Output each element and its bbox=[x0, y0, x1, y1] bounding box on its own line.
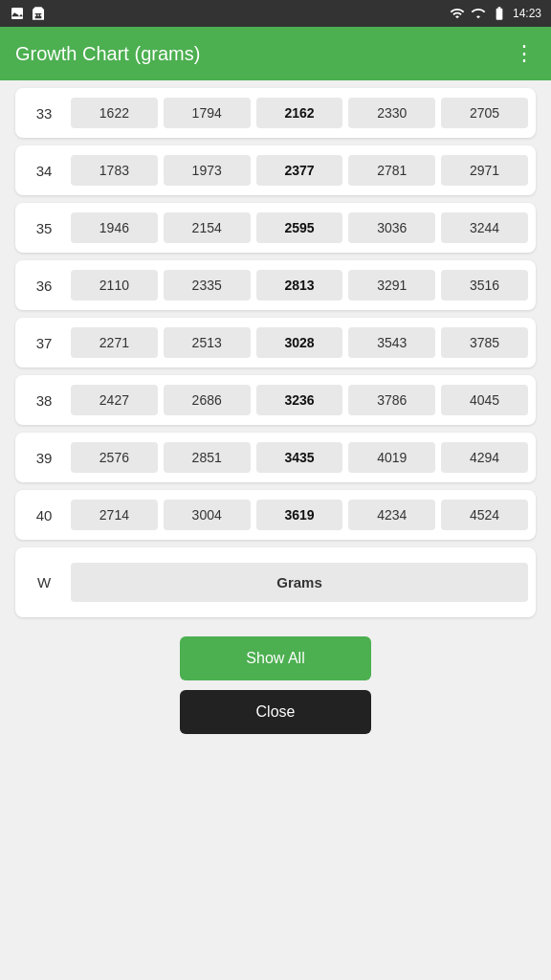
value-cell-2: 1794 bbox=[164, 98, 251, 128]
content-area: 33 1622 1794 2162 2330 2705 34 1783 1973… bbox=[0, 88, 551, 617]
app-header: Growth Chart (grams) ⋮ bbox=[0, 27, 551, 80]
value-cell-1: 1783 bbox=[71, 155, 158, 186]
table-row: 39 2576 2851 3435 4019 4294 bbox=[15, 433, 536, 482]
buttons-area: Show All Close bbox=[0, 625, 551, 746]
value-cell-1: 2576 bbox=[71, 442, 158, 473]
value-cell-3-bold: 3028 bbox=[256, 327, 343, 358]
footer-unit-label: Grams bbox=[71, 563, 528, 602]
value-cell-4: 3543 bbox=[348, 327, 435, 358]
value-cell-1: 2271 bbox=[71, 327, 158, 358]
value-cell-4: 2330 bbox=[348, 98, 435, 128]
value-cell-5: 2705 bbox=[441, 98, 528, 128]
value-cell-5: 4294 bbox=[441, 442, 528, 473]
value-cell-1: 2427 bbox=[71, 385, 158, 415]
show-all-button[interactable]: Show All bbox=[180, 636, 371, 680]
value-cell-4: 4234 bbox=[348, 500, 435, 530]
value-cell-3-bold: 2595 bbox=[256, 212, 343, 243]
value-cell-2: 2851 bbox=[164, 442, 251, 473]
value-cell-3-bold: 3619 bbox=[256, 500, 343, 530]
value-cell-1: 2110 bbox=[71, 270, 158, 301]
value-cell-2: 1973 bbox=[164, 155, 251, 186]
value-cell-4: 4019 bbox=[348, 442, 435, 473]
week-cell: 38 bbox=[23, 392, 65, 409]
week-cell: 39 bbox=[23, 450, 65, 466]
time-display: 14:23 bbox=[513, 7, 541, 20]
table-row: 35 1946 2154 2595 3036 3244 bbox=[15, 203, 536, 253]
value-cell-2: 2513 bbox=[164, 327, 251, 358]
value-cell-3-bold: 3435 bbox=[256, 442, 343, 473]
value-cell-2: 2335 bbox=[164, 270, 251, 301]
table-row: 36 2110 2335 2813 3291 3516 bbox=[15, 260, 536, 310]
value-cell-3-bold: 3236 bbox=[256, 385, 343, 415]
value-cell-4: 2781 bbox=[348, 155, 435, 186]
value-cell-2: 2154 bbox=[164, 212, 251, 243]
table-footer-row: W Grams bbox=[15, 547, 536, 617]
table-row: 33 1622 1794 2162 2330 2705 bbox=[15, 88, 536, 138]
value-cell-3-bold: 2813 bbox=[256, 270, 343, 301]
table-row: 37 2271 2513 3028 3543 3785 bbox=[15, 318, 536, 368]
value-cell-1: 1946 bbox=[71, 212, 158, 243]
value-cell-5: 4524 bbox=[441, 500, 528, 530]
value-cell-2: 3004 bbox=[164, 500, 251, 530]
battery-icon bbox=[492, 6, 507, 21]
table-row: 40 2714 3004 3619 4234 4524 bbox=[15, 490, 536, 540]
wifi-icon bbox=[450, 6, 465, 21]
page-title: Growth Chart (grams) bbox=[15, 43, 200, 65]
image-icon bbox=[10, 6, 25, 21]
value-cell-3-bold: 2377 bbox=[256, 155, 343, 186]
value-cell-5: 3516 bbox=[441, 270, 528, 301]
close-button[interactable]: Close bbox=[180, 690, 371, 734]
value-cell-4: 3036 bbox=[348, 212, 435, 243]
signal-icon bbox=[471, 6, 486, 21]
value-cell-1: 2714 bbox=[71, 500, 158, 530]
value-cell-5: 3785 bbox=[441, 327, 528, 358]
footer-week-label: W bbox=[23, 574, 65, 590]
value-cell-4: 3291 bbox=[348, 270, 435, 301]
status-bar-right: 14:23 bbox=[450, 6, 541, 21]
overflow-menu-icon[interactable]: ⋮ bbox=[514, 41, 536, 66]
value-cell-5: 3244 bbox=[441, 212, 528, 243]
value-cell-5: 4045 bbox=[441, 385, 528, 415]
value-cell-4: 3786 bbox=[348, 385, 435, 415]
status-bar: 14:23 bbox=[0, 0, 551, 27]
week-cell: 36 bbox=[23, 278, 65, 294]
table-row: 34 1783 1973 2377 2781 2971 bbox=[15, 145, 536, 195]
value-cell-5: 2971 bbox=[441, 155, 528, 186]
value-cell-3-bold: 2162 bbox=[256, 98, 343, 128]
week-cell: 34 bbox=[23, 163, 65, 179]
value-cell-1: 1622 bbox=[71, 98, 158, 128]
week-cell: 35 bbox=[23, 220, 65, 236]
table-row: 38 2427 2686 3236 3786 4045 bbox=[15, 375, 536, 425]
value-cell-2: 2686 bbox=[164, 385, 251, 415]
week-cell: 40 bbox=[23, 507, 65, 523]
sim-icon bbox=[31, 6, 46, 21]
week-cell: 37 bbox=[23, 335, 65, 351]
status-bar-left bbox=[10, 6, 46, 21]
week-cell: 33 bbox=[23, 105, 65, 122]
